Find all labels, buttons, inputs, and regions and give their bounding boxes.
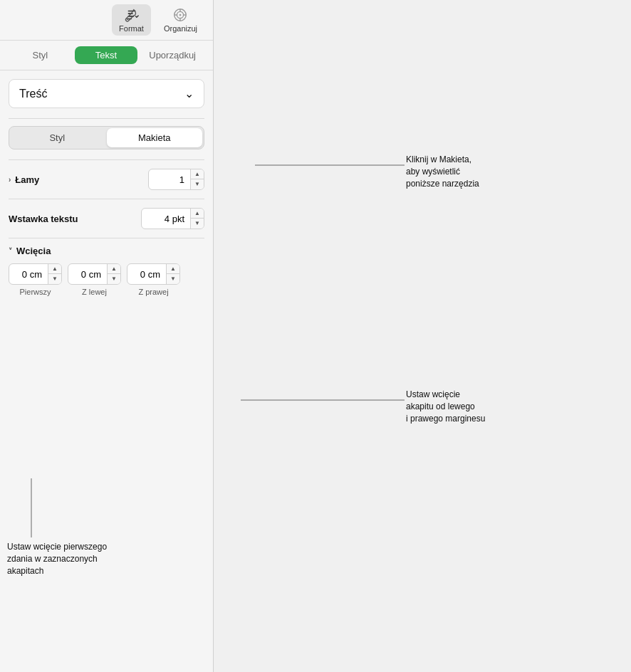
annotation-wcięcie: Ustaw wcięcie akapitu od lewego i praweg… xyxy=(406,389,485,424)
panel-content: Treść ⌄ Styl Makieta › Łamy ▲ ▼ xyxy=(0,70,213,305)
toggle-makieta[interactable]: Makieta xyxy=(107,128,203,147)
z-prawej-decrement[interactable]: ▼ xyxy=(167,274,179,284)
pierwszy-label: Pierwszy xyxy=(19,288,51,296)
wstawka-row: Wstawka tekstu ▲ ▼ xyxy=(9,208,204,229)
indent-z-lewej-group: ▲ ▼ Z lewej xyxy=(68,263,121,296)
z-lewej-label: Z lewej xyxy=(82,288,107,296)
divider-2 xyxy=(9,159,204,160)
pierwszy-arrows: ▲ ▼ xyxy=(48,264,61,284)
toggle-styl[interactable]: Styl xyxy=(9,127,105,149)
wstawka-input[interactable] xyxy=(142,211,190,227)
z-prawej-arrows: ▲ ▼ xyxy=(166,264,179,284)
lamy-label: › Łamy xyxy=(9,174,39,185)
pierwszy-input[interactable] xyxy=(9,266,48,283)
wstawka-decrement[interactable]: ▼ xyxy=(191,219,204,229)
divider-3 xyxy=(9,199,204,199)
collapse-icon: ˅ xyxy=(9,247,12,255)
svg-point-0 xyxy=(127,19,128,20)
pierwszy-increment[interactable]: ▲ xyxy=(48,264,61,274)
lamy-arrows: ▲ ▼ xyxy=(190,169,204,189)
z-lewej-stepper: ▲ ▼ xyxy=(68,263,121,285)
tab-uporzadkuj[interactable]: Uporządkuj xyxy=(140,46,204,64)
tab-tekst[interactable]: Tekst xyxy=(75,46,138,64)
annotation-makieta: Kliknij w Makieta, aby wyświetlić poniżs… xyxy=(406,154,479,189)
pierwszy-decrement[interactable]: ▼ xyxy=(48,274,61,284)
wstawka-stepper: ▲ ▼ xyxy=(141,208,204,229)
divider-1 xyxy=(9,118,204,119)
lamy-stepper: ▲ ▼ xyxy=(148,169,204,190)
lamy-decrement[interactable]: ▼ xyxy=(191,179,204,189)
annotation-pierwszy: Ustaw wcięcie pierwszego zdania w zaznac… xyxy=(7,541,107,577)
format-icon xyxy=(124,7,140,23)
wcięcia-section-title: ˅ Wcięcia xyxy=(9,246,204,256)
chevron-down-icon: ⌄ xyxy=(184,87,194,100)
indent-fields: ▲ ▼ Pierwszy ▲ ▼ Z lewej xyxy=(9,263,204,296)
format-button[interactable]: Format xyxy=(112,4,151,36)
z-prawej-input[interactable] xyxy=(127,266,166,283)
z-prawej-label: Z prawej xyxy=(138,288,168,296)
indent-pierwszy-group: ▲ ▼ Pierwszy xyxy=(9,263,62,296)
z-lewej-decrement[interactable]: ▼ xyxy=(108,274,120,284)
expand-icon: › xyxy=(9,176,11,184)
style-layout-toggle: Styl Makieta xyxy=(9,126,204,149)
z-lewej-input[interactable] xyxy=(68,266,107,283)
z-lewej-arrows: ▲ ▼ xyxy=(107,264,120,284)
style-dropdown[interactable]: Treść ⌄ xyxy=(9,79,204,108)
wstawka-arrows: ▲ ▼ xyxy=(190,209,204,229)
organizuj-icon xyxy=(172,7,188,23)
organizuj-button[interactable]: Organizuj xyxy=(157,4,204,36)
lamy-increment[interactable]: ▲ xyxy=(191,169,204,179)
organizuj-label: Organizuj xyxy=(164,24,197,33)
z-prawej-stepper: ▲ ▼ xyxy=(127,263,180,285)
z-prawej-increment[interactable]: ▲ xyxy=(167,264,179,274)
toolbar: Format Organizuj xyxy=(0,0,213,41)
svg-point-3 xyxy=(179,14,182,16)
lamy-input[interactable] xyxy=(149,172,190,188)
style-value: Treść xyxy=(19,88,47,100)
wstawka-label: Wstawka tekstu xyxy=(9,214,78,224)
format-label: Format xyxy=(119,24,144,33)
pierwszy-stepper: ▲ ▼ xyxy=(9,263,62,285)
divider-4 xyxy=(9,238,204,238)
lamy-row: › Łamy ▲ ▼ xyxy=(9,169,204,190)
wstawka-increment[interactable]: ▲ xyxy=(191,209,204,219)
z-lewej-increment[interactable]: ▲ xyxy=(108,264,120,274)
indent-z-prawej-group: ▲ ▼ Z prawej xyxy=(127,263,180,296)
tab-styl[interactable]: Styl xyxy=(9,46,72,64)
tab-bar: Styl Tekst Uporządkuj xyxy=(0,41,213,70)
